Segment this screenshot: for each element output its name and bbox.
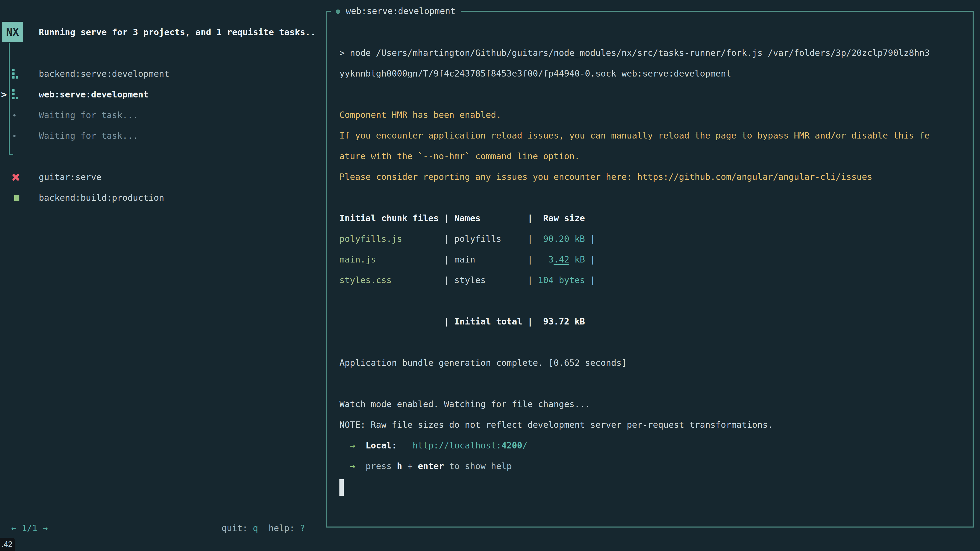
task-row[interactable]: backend:build:production bbox=[0, 187, 326, 208]
terminal-line: ature with the `--no-hmr` command line o… bbox=[339, 146, 967, 167]
arrow-right-icon: → bbox=[350, 461, 355, 471]
terminal-line: NOTE: Raw file sizes do not reflect deve… bbox=[339, 414, 967, 435]
terminal-line: Please consider reporting any issues you… bbox=[339, 167, 967, 187]
terminal-line bbox=[339, 187, 967, 208]
spinner-icon bbox=[12, 68, 14, 71]
terminal-text-segment: kB bbox=[570, 254, 585, 265]
terminal-text-segment: | bbox=[585, 275, 595, 285]
terminal-output: > node /Users/mhartington/Github/guitars… bbox=[339, 43, 967, 497]
pager-current bbox=[16, 523, 21, 533]
terminal-text-segment: h bbox=[397, 461, 402, 471]
nx-logo: NX bbox=[2, 22, 23, 42]
task-row[interactable]: Waiting for task... bbox=[0, 125, 326, 146]
localhost-link-port[interactable]: 4200 bbox=[501, 440, 522, 451]
terminal-line: If you encounter application reload issu… bbox=[339, 125, 967, 146]
terminal-line: main.js | main | 3.42 kB | bbox=[339, 249, 967, 270]
terminal-line: styles.css | styles | 104 bytes | bbox=[339, 270, 967, 291]
panel-title-label: web:serve:development bbox=[346, 6, 455, 16]
cross-icon bbox=[12, 173, 20, 181]
task-label: backend:serve:development bbox=[39, 64, 169, 84]
terminal-line bbox=[339, 84, 967, 105]
terminal-text-segment: | Initial total | 93.72 kB bbox=[339, 316, 585, 327]
terminal-text-segment: > node /Users/mhartington/Github/guitars… bbox=[339, 48, 930, 58]
terminal-text-segment: 90.20 kB bbox=[543, 233, 585, 244]
terminal-text-segment: + bbox=[402, 461, 418, 471]
cursor bbox=[339, 479, 344, 495]
terminal-text-segment: 104 bytes bbox=[538, 275, 585, 285]
terminal-text-segment: | bbox=[585, 233, 595, 244]
terminal-line bbox=[339, 332, 967, 353]
terminal-text-segment: Component HMR has been enabled. bbox=[339, 110, 501, 120]
terminal-line: Watch mode enabled. Watching for file ch… bbox=[339, 394, 967, 414]
terminal-text-segment: | styles | bbox=[392, 275, 538, 285]
terminal-text-segment bbox=[339, 440, 350, 451]
arrow-right-icon: → bbox=[350, 440, 355, 451]
panel-title: ● web:serve:development bbox=[331, 5, 461, 17]
task-label: Waiting for task... bbox=[39, 105, 138, 125]
terminal-text-segment bbox=[339, 461, 350, 471]
terminal-line: | Initial total | 93.72 kB bbox=[339, 311, 967, 332]
dot-icon bbox=[13, 135, 16, 137]
terminal-line: Initial chunk files | Names | Raw size bbox=[339, 208, 967, 229]
pager-next-icon[interactable]: → bbox=[43, 523, 48, 533]
task-label: Waiting for task... bbox=[39, 125, 138, 146]
terminal-line bbox=[339, 373, 967, 394]
terminal-text-segment: press bbox=[366, 461, 397, 471]
pager-spacer bbox=[37, 523, 42, 533]
pager: ← 1/1 → bbox=[11, 519, 48, 537]
terminal-line: Application bundle generation complete. … bbox=[339, 353, 967, 373]
task-row[interactable]: Waiting for task... bbox=[0, 105, 326, 125]
terminal-text-segment: If you encounter application reload issu… bbox=[339, 130, 930, 141]
terminal-line: yyknnbtgh0000gn/T/9f4c243785f8453e3f00/f… bbox=[339, 63, 967, 84]
run-summary-title: Running serve for 3 projects, and 1 requ… bbox=[39, 22, 316, 42]
terminal-text-segment: | polyfills | bbox=[402, 233, 543, 244]
keyhints: quit: q help: ? bbox=[221, 519, 305, 537]
overlay-badge: .42 bbox=[0, 538, 15, 551]
terminal-text-segment: .42 bbox=[554, 254, 569, 265]
task-row[interactable]: backend:serve:development bbox=[0, 64, 326, 84]
terminal-text-segment: Initial chunk files | Names | Raw size bbox=[339, 213, 585, 223]
quit-key: q bbox=[253, 523, 258, 533]
dot-icon bbox=[13, 114, 16, 116]
terminal-text-segment: enter bbox=[418, 461, 444, 471]
pager-page-label: 1/1 bbox=[22, 523, 37, 533]
terminal-text-segment: yyknnbtgh0000gn/T/9f4c243785f8453e3f00/f… bbox=[339, 68, 731, 79]
terminal-text-segment bbox=[355, 461, 366, 471]
task-row[interactable]: guitar:serve bbox=[0, 167, 326, 187]
terminal-text-segment: | bbox=[585, 254, 595, 265]
terminal-line: → Local: http://localhost:4200/ bbox=[339, 435, 967, 456]
task-label: web:serve:development bbox=[39, 84, 148, 105]
terminal-line: > node /Users/mhartington/Github/guitars… bbox=[339, 43, 967, 63]
terminal-text-segment: 3 bbox=[549, 254, 554, 265]
terminal-line bbox=[339, 476, 967, 497]
quit-label: quit: bbox=[221, 523, 253, 533]
terminal-text-segment: ature with the `--no-hmr` command line o… bbox=[339, 151, 580, 161]
terminal-text-segment: polyfills.js bbox=[339, 233, 402, 244]
task-label: guitar:serve bbox=[39, 167, 102, 187]
terminal-text-segment bbox=[397, 440, 412, 451]
terminal-text-segment: Watch mode enabled. Watching for file ch… bbox=[339, 399, 590, 409]
terminal-line: polyfills.js | polyfills | 90.20 kB | bbox=[339, 229, 967, 249]
task-row[interactable]: >web:serve:development bbox=[0, 84, 326, 105]
task-gap bbox=[0, 146, 326, 167]
terminal-line: → press h + enter to show help bbox=[339, 456, 967, 476]
terminal-text-segment: Please consider reporting any issues you… bbox=[339, 171, 872, 182]
task-sidebar: NX Running serve for 3 projects, and 1 r… bbox=[0, 0, 326, 551]
terminal-text-segment: Application bundle generation complete. … bbox=[339, 358, 627, 368]
square-icon bbox=[14, 195, 19, 201]
localhost-link[interactable]: http://localhost: bbox=[413, 440, 501, 451]
terminal-line bbox=[339, 291, 967, 311]
pager-prev-icon[interactable]: ← bbox=[11, 523, 16, 533]
terminal-text-segment: NOTE: Raw file sizes do not reflect deve… bbox=[339, 420, 773, 430]
spinner-icon bbox=[12, 89, 14, 92]
terminal-text-segment: main.js bbox=[339, 254, 376, 265]
terminal-text-segment: to show help bbox=[444, 461, 512, 471]
localhost-link-slash[interactable]: / bbox=[522, 440, 528, 451]
help-key: ? bbox=[300, 523, 305, 533]
terminal-text-segment: Local: bbox=[366, 440, 397, 451]
terminal-text-segment: | main | bbox=[376, 254, 549, 265]
selected-arrow-icon: > bbox=[1, 84, 7, 105]
help-label: help: bbox=[258, 523, 300, 533]
terminal-line: Component HMR has been enabled. bbox=[339, 105, 967, 125]
task-list: backend:serve:development>web:serve:deve… bbox=[0, 64, 326, 208]
